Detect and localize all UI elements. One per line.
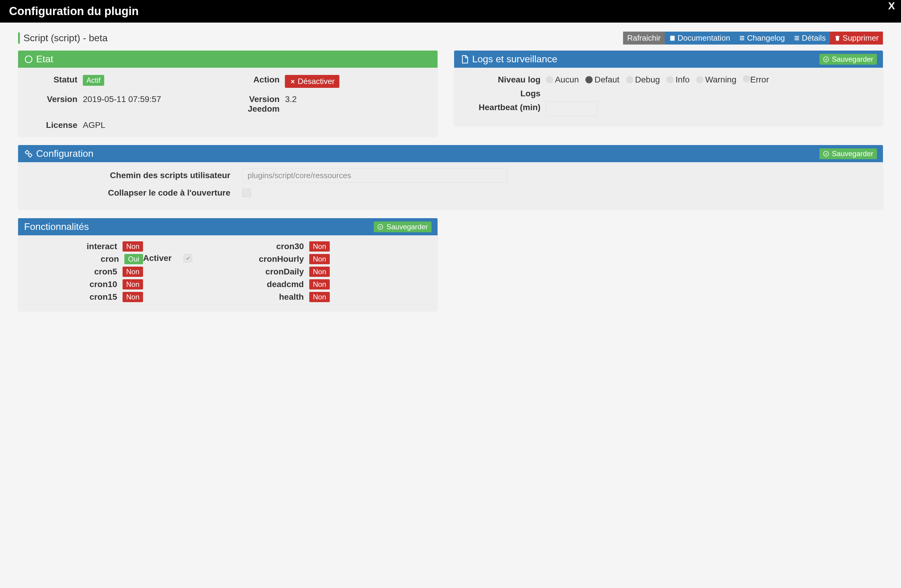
book-icon: [669, 35, 676, 42]
documentation-button-label: Documentation: [678, 33, 730, 43]
svg-point-0: [823, 57, 828, 62]
documentation-button[interactable]: Documentation: [665, 32, 734, 45]
logs-heading: Logs et surveillance Sauvegarder: [454, 51, 883, 68]
functionality-badge: Non: [309, 254, 330, 264]
list-icon: [739, 35, 745, 42]
functionality-row-health: healthNon: [212, 292, 330, 302]
activate-label: Activer: [143, 254, 171, 263]
file-icon: [460, 55, 469, 64]
svg-point-4: [378, 224, 383, 229]
functionality-right-column: cron30NoncronHourlyNoncronDailyNondeadcm…: [212, 241, 330, 305]
functionality-badge: Non: [309, 267, 330, 277]
jeedom-version-value: 3.2: [285, 93, 430, 104]
functionality-row-cron10: cron10Non: [26, 279, 143, 289]
log-level-error[interactable]: Error: [743, 75, 769, 84]
functionality-row-cronHourly: cronHourlyNon: [212, 254, 330, 264]
status-badge: Actif: [83, 75, 104, 86]
refresh-button[interactable]: Rafraichir: [623, 32, 665, 45]
svg-point-2: [29, 154, 32, 157]
activate-checkbox[interactable]: [184, 254, 192, 262]
license-value: AGPL: [83, 119, 228, 130]
delete-button[interactable]: Supprimer: [830, 32, 883, 45]
functionality-row-cronDaily: cronDailyNon: [212, 267, 330, 277]
functionality-row-cron5: cron5Non: [26, 267, 143, 277]
info-icon: [793, 35, 800, 42]
functionality-label: cronHourly: [212, 254, 309, 264]
functionality-badge: Non: [309, 279, 330, 289]
svg-point-1: [26, 151, 29, 154]
details-button[interactable]: Détails: [789, 32, 830, 45]
config-save-button[interactable]: Sauvegarder: [819, 148, 877, 159]
close-icon[interactable]: X: [888, 0, 895, 12]
heartbeat-label: Heartbeat (min): [461, 101, 546, 117]
functionality-badge: Non: [123, 292, 143, 302]
logs-save-button[interactable]: Sauvegarder: [819, 54, 877, 65]
functionality-row-deadcmd: deadcmdNon: [212, 279, 330, 289]
script-path-input[interactable]: [242, 168, 507, 183]
check-circle-icon: [823, 56, 829, 62]
collapse-checkbox[interactable]: [242, 189, 251, 197]
check-circle-icon: [823, 151, 829, 157]
functionality-badge: Non: [123, 279, 143, 289]
logs-label: Logs: [461, 87, 546, 98]
delete-button-label: Supprimer: [843, 33, 879, 43]
functionality-badge: Non: [123, 241, 143, 252]
deactivate-button-label: Désactiver: [298, 77, 335, 86]
log-level-radios: Aucun Defaut Debug Info Warning Error: [546, 74, 769, 84]
dialog-header: Configuration du plugin X: [0, 0, 901, 23]
log-level-info[interactable]: Info: [666, 75, 690, 84]
functionality-heading: Fonctionnalités Sauvegarder: [18, 218, 438, 235]
functionality-badge: Non: [123, 267, 143, 277]
log-level-label: Niveau log: [461, 74, 546, 84]
license-label: License: [26, 119, 83, 130]
configuration-heading: Configuration Sauvegarder: [18, 145, 883, 162]
functionality-panel: Fonctionnalités Sauvegarder interactNonc…: [18, 218, 438, 311]
functionality-label: deadcmd: [212, 280, 309, 289]
functionality-label: cron15: [26, 292, 123, 302]
heartbeat-input[interactable]: [546, 101, 597, 117]
plugin-title: Script (script) - beta: [18, 33, 108, 44]
jeedom-version-label: Version Jeedom: [228, 93, 285, 114]
log-level-warning[interactable]: Warning: [696, 75, 736, 84]
functionality-row-cron30: cron30Non: [212, 241, 330, 252]
configuration-panel: Configuration Sauvegarder Chemin des scr…: [18, 145, 883, 209]
etat-heading-label: Etat: [36, 54, 53, 65]
status-label: Statut: [26, 74, 83, 84]
log-level-default[interactable]: Defaut: [585, 75, 619, 84]
gears-icon: [24, 149, 33, 158]
log-level-none[interactable]: Aucun: [546, 75, 579, 84]
changelog-button[interactable]: Changelog: [734, 32, 789, 45]
refresh-button-label: Rafraichir: [627, 33, 661, 43]
etat-heading: Etat: [18, 51, 438, 68]
config-save-label: Sauvegarder: [832, 149, 873, 158]
version-label: Version: [26, 93, 83, 104]
cross-icon: [290, 79, 296, 84]
top-button-group: Rafraichir Documentation Changelog Détai…: [623, 32, 883, 45]
svg-point-3: [823, 151, 828, 156]
deactivate-button[interactable]: Désactiver: [285, 75, 339, 88]
functionality-label: cron: [26, 254, 125, 264]
script-path-label: Chemin des scripts utilisateur: [26, 171, 242, 180]
details-button-label: Détails: [802, 33, 826, 43]
check-icon: [185, 255, 191, 261]
functionality-badge: Oui: [125, 254, 143, 264]
logs-heading-label: Logs et surveillance: [472, 54, 557, 65]
functionality-row-cron: cronOui: [26, 254, 143, 264]
etat-panel: Etat Statut Actif Action: [18, 51, 438, 136]
functionality-label: cron5: [26, 267, 123, 277]
functionality-badge: Non: [309, 292, 330, 302]
dialog-title: Configuration du plugin: [9, 5, 139, 17]
trash-icon: [834, 35, 841, 42]
functionality-heading-label: Fonctionnalités: [24, 221, 89, 232]
version-value: 2019-05-11 07:59:57: [83, 93, 228, 104]
functionality-label: cron10: [26, 280, 123, 289]
check-circle-icon: [377, 224, 383, 230]
functionality-label: interact: [26, 242, 123, 251]
collapse-label: Collapser le code à l'ouverture: [26, 188, 242, 198]
logs-panel: Logs et surveillance Sauvegarder Niveau …: [454, 51, 883, 126]
changelog-button-label: Changelog: [747, 33, 785, 43]
functionality-label: cronDaily: [212, 267, 309, 277]
functionality-label: cron30: [212, 242, 309, 251]
log-level-debug[interactable]: Debug: [626, 75, 660, 84]
functionality-save-button[interactable]: Sauvegarder: [374, 221, 431, 232]
